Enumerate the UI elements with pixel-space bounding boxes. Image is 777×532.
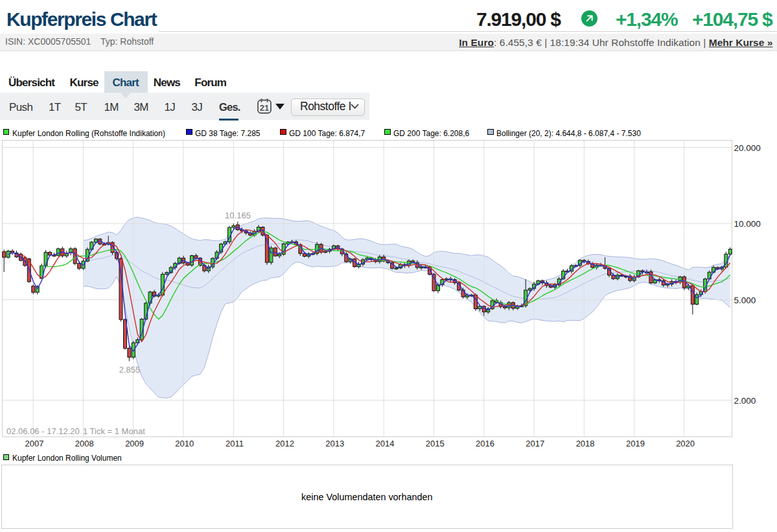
svg-text:2007: 2007 [25,439,44,448]
svg-text:2014: 2014 [376,439,395,448]
svg-text:2017: 2017 [526,439,544,448]
svg-text:21: 21 [260,103,269,113]
svg-text:2.855: 2.855 [119,365,141,375]
svg-text:20.000: 20.000 [734,143,761,153]
svg-text:2008: 2008 [75,439,94,448]
svg-text:02.06.06 - 17.12.20: 02.06.06 - 17.12.20 [6,426,80,436]
svg-text:10.000: 10.000 [734,219,761,229]
svg-text:2019: 2019 [626,439,645,448]
svg-text:2016: 2016 [476,439,494,448]
svg-text:2015: 2015 [426,439,445,448]
svg-text:2020: 2020 [676,439,695,448]
svg-text:10.165: 10.165 [225,211,251,220]
svg-text:2.000: 2.000 [734,396,756,406]
svg-text:2010: 2010 [175,439,194,448]
svg-text:5.000: 5.000 [734,295,756,305]
svg-text:2013: 2013 [325,439,344,448]
svg-text:2009: 2009 [125,439,144,448]
svg-text:2012: 2012 [275,439,294,448]
svg-text:2018: 2018 [576,439,595,448]
svg-text:1 Tick = 1 Monat: 1 Tick = 1 Monat [83,426,145,436]
svg-text:2011: 2011 [226,439,244,448]
